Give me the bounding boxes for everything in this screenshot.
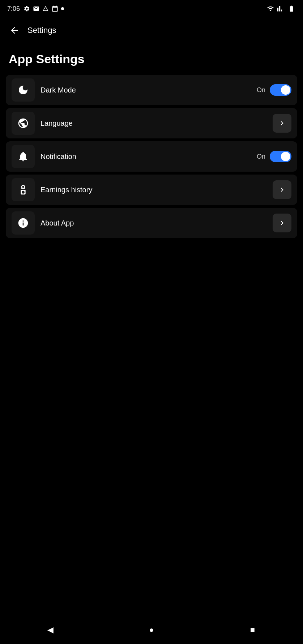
signal-icon [277,5,284,12]
info-icon [17,217,29,229]
page-title-section: App Settings [0,43,303,75]
about-chevron-button[interactable] [273,214,291,232]
dark-mode-toggle[interactable] [270,84,291,96]
drive-status-icon [42,5,49,12]
bottom-nav: ◀ ● ■ [0,619,303,644]
gmail-status-icon [33,5,39,12]
battery-icon [287,5,296,12]
dark-mode-icon-wrapper [12,78,35,102]
nav-back-button[interactable]: ◀ [40,621,61,639]
settings-item-notification[interactable]: Notification On [6,141,297,172]
nav-home-button[interactable]: ● [141,621,162,639]
calendar-status-icon [52,5,58,12]
settings-status-icon [24,5,30,12]
language-chevron-button[interactable] [273,114,291,133]
moon-icon [17,84,29,96]
notification-label: Notification [40,153,257,161]
about-icon-wrapper [12,211,35,235]
status-time: 7:06 [7,5,20,13]
nav-back-icon: ◀ [47,625,54,635]
notification-slider [270,151,291,162]
bell-icon [17,151,29,162]
nav-recent-icon: ■ [250,625,255,635]
back-arrow-icon [9,25,20,35]
back-button[interactable] [7,23,22,38]
status-left: 7:06 [7,5,64,13]
earnings-chevron-button[interactable] [273,180,291,199]
earnings-history-label: Earnings history [40,186,273,194]
header-title: Settings [27,26,56,35]
settings-item-earnings-history[interactable]: Earnings history [6,175,297,205]
settings-item-dark-mode[interactable]: Dark Mode On [6,75,297,105]
dot-status-icon [61,7,64,10]
dark-mode-label: Dark Mode [40,86,257,94]
money-bag-icon [17,184,29,196]
settings-list: Dark Mode On Language Notification On [0,75,303,238]
dark-mode-slider [270,84,291,96]
settings-item-language[interactable]: Language [6,108,297,138]
language-label: Language [40,119,273,128]
chevron-right-icon-about [278,219,286,227]
nav-recent-button[interactable]: ■ [242,621,263,639]
globe-icon [17,117,29,129]
nav-home-icon: ● [149,625,154,635]
settings-item-about-app[interactable]: About App [6,208,297,238]
status-right [267,5,296,12]
header: Settings [0,17,303,43]
notification-value: On [257,153,265,160]
status-bar: 7:06 [0,0,303,17]
notification-toggle[interactable] [270,151,291,162]
notification-icon-wrapper [12,145,35,168]
status-icons [24,5,64,12]
earnings-icon-wrapper [12,178,35,201]
language-icon-wrapper [12,112,35,135]
wifi-icon [267,5,274,12]
chevron-right-icon-earnings [278,186,286,194]
chevron-right-icon [278,119,286,127]
page-title: App Settings [9,52,294,66]
about-app-label: About App [40,219,273,227]
dark-mode-value: On [257,86,265,94]
